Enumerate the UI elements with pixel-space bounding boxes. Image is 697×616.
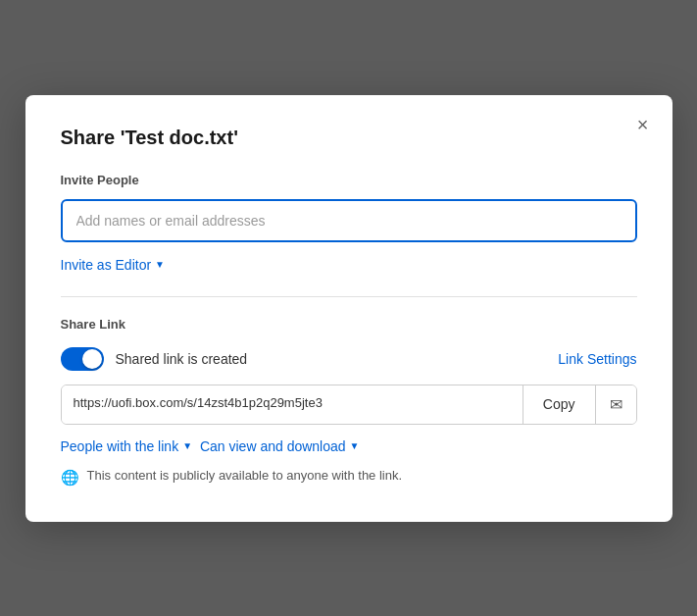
- permission-level-label: Can view and download: [200, 438, 346, 454]
- link-toggle-row: Shared link is created Link Settings: [61, 347, 637, 371]
- people-chevron-icon: ▼: [182, 440, 192, 451]
- close-button[interactable]: ×: [633, 111, 653, 138]
- toggle-status-text: Shared link is created: [116, 351, 248, 367]
- invite-role-label: Invite as Editor: [61, 257, 152, 273]
- shared-link-toggle[interactable]: [61, 347, 104, 371]
- section-divider: [61, 296, 637, 297]
- modal-title: Share 'Test doc.txt': [61, 127, 637, 149]
- share-link-label: Share Link: [61, 317, 637, 332]
- copy-button[interactable]: Copy: [523, 385, 595, 424]
- invite-role-button[interactable]: Invite as Editor ▼: [61, 257, 166, 273]
- email-button[interactable]: ✉: [595, 385, 636, 424]
- public-notice: 🌐 This content is publicly available to …: [61, 468, 637, 487]
- email-icon: ✉: [610, 395, 622, 414]
- permissions-row: People with the link ▼ Can view and down…: [61, 438, 637, 454]
- permission-chevron-icon: ▼: [350, 440, 360, 451]
- people-with-link-label: People with the link: [61, 438, 179, 454]
- public-notice-text: This content is publicly available to an…: [87, 468, 403, 483]
- permission-separator: [194, 438, 198, 454]
- invite-input[interactable]: [61, 199, 637, 242]
- people-with-link-button[interactable]: People with the link ▼: [61, 438, 193, 454]
- toggle-label-group: Shared link is created: [61, 347, 248, 371]
- permission-level-button[interactable]: Can view and download ▼: [200, 438, 360, 454]
- url-row: https://uofi.box.com/s/14zst4b1p2q29m5jt…: [61, 385, 637, 425]
- share-dialog: × Share 'Test doc.txt' Invite People Inv…: [25, 95, 672, 522]
- invite-people-label: Invite People: [61, 173, 637, 187]
- globe-icon: 🌐: [61, 469, 79, 487]
- link-settings-button[interactable]: Link Settings: [558, 351, 636, 367]
- invite-role-chevron-icon: ▼: [155, 259, 165, 270]
- url-text: https://uofi.box.com/s/14zst4b1p2q29m5jt…: [62, 385, 523, 424]
- toggle-thumb: [82, 349, 102, 369]
